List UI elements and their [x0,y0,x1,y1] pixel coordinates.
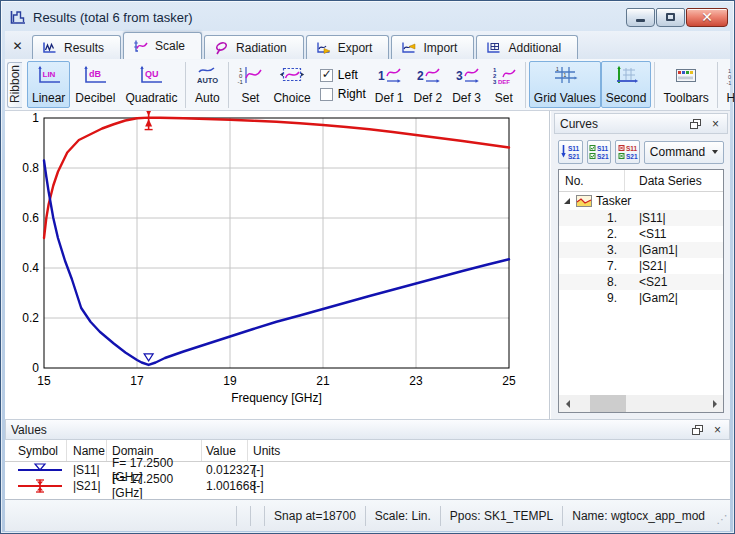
curve-|S21|[interactable] [44,118,509,238]
x-tick-label: 23 [409,374,423,388]
linear-icon: LIN [36,65,62,87]
show-all-curves-button[interactable]: S11 S21 [558,140,583,164]
svg-text:3: 3 [456,69,463,83]
choice-scale-button[interactable]: Choice [268,61,315,108]
curve-|S11|[interactable] [44,161,509,365]
help-button[interactable]: 1 0 -1 ? Help [721,61,735,108]
curve-symbol-icon [5,479,67,493]
def3-button[interactable]: 3 Def 3 [447,61,486,108]
scrollbar-track[interactable] [576,395,706,412]
y-tick-label: 0.8 [22,161,39,175]
scrollbar-thumb[interactable] [590,395,626,412]
left-checkbox-row[interactable]: Left [320,68,366,82]
restore-button[interactable] [656,8,685,27]
column-units[interactable]: Units [248,440,730,461]
column-no[interactable]: No. [559,170,625,191]
curves-rows: Tasker 1.|S11|2.<S113.|Gam1|7.|S21|8.<S2… [559,192,723,395]
chevron-down-icon [712,150,718,154]
restore-icon [666,13,675,21]
tasker-chart-icon [576,195,592,207]
results-chart[interactable]: 00.20.40.60.81151719212325Frequency [GHz… [5,111,549,413]
right-checkbox-row[interactable]: Right [320,87,366,101]
minimize-button[interactable] [626,8,655,27]
title-bar: Results (total 6 from tasker) ✕ [9,4,728,30]
chart-region: 00.20.40.60.81151719212325Frequency [GHz… [5,111,550,419]
main-area: 00.20.40.60.81151719212325Frequency [GHz… [5,111,730,419]
values-rows: |S11|F= 17.2500 [GHz]0.012327[-]|S21|F= … [5,462,730,494]
set-scale-button[interactable]: 1 0 -1 Set [232,61,268,108]
tab-results[interactable]: Results [32,35,121,59]
show-all-curves-icon: S11 S21 [559,143,581,161]
resize-grip-icon[interactable]: ⋰ [714,506,730,526]
results-tab-icon [41,41,57,55]
axis-side-checkboxes: Left Right [316,68,370,101]
values-table-row[interactable]: |S21|F= 17.2500 [GHz]1.001668[-] [5,478,730,494]
command-dropdown[interactable]: Command [644,141,724,164]
close-panel-button[interactable]: × [709,118,722,130]
def1-icon: 1 [376,65,402,87]
curves-group-row[interactable]: Tasker [559,192,723,210]
quadratic-scale-button[interactable]: QU Quadratic [120,61,182,108]
curves-panel-titlebar[interactable]: Curves × [554,113,728,134]
svg-text:QU: QU [145,69,159,79]
curve-item-name: |Gam1| [625,243,723,257]
close-button[interactable]: ✕ [686,8,728,27]
tab-additional[interactable]: Additional [476,35,578,59]
close-ribbon-icon: ✕ [12,39,22,53]
auto-scale-button[interactable]: AUTO Auto [189,61,225,108]
curve-list-item[interactable]: 7.|S21| [559,258,723,274]
tab-radiation[interactable]: Radiation [204,35,304,59]
def-set-button[interactable]: 1 2 3 DEF Set [486,61,522,108]
second-grid-button[interactable]: Second [601,61,652,108]
curve-list-item[interactable]: 1.|S11| [559,210,723,226]
scroll-right-arrow-icon[interactable] [706,395,723,412]
uncheck-all-curves-button[interactable]: S11 S21 [615,140,640,164]
curves-list-header[interactable]: No. Data Series [559,170,723,192]
curve-list-item[interactable]: 2.<S11 [559,226,723,242]
tab-label: Scale [155,39,185,53]
float-panel-icon [690,119,701,129]
column-value[interactable]: Value [202,440,248,461]
curve-list-item[interactable]: 9.|Gam2| [559,290,723,306]
expanded-branch-icon[interactable] [564,198,570,204]
curve-item-no: 7. [559,259,625,273]
curve-symbol-icon [5,463,67,477]
svg-text:S21: S21 [597,153,609,160]
linear-scale-button[interactable]: LIN Linear [27,61,70,108]
ribbon-side-tab[interactable]: Ribbon [7,62,22,108]
svg-text:S11: S11 [626,145,638,152]
left-checkbox[interactable] [320,69,333,82]
marker-arrowhead [145,119,152,127]
decibel-scale-button[interactable]: dB Decibel [70,61,120,108]
svg-text:-1: -1 [726,80,731,86]
right-checkbox[interactable] [320,88,333,101]
column-data-series[interactable]: Data Series [625,174,723,188]
close-ribbon-button[interactable]: ✕ [9,37,26,54]
tab-export[interactable]: Export [306,35,390,59]
curves-list: No. Data Series Tasker 1.|S11|2.<S113.|G… [558,169,724,413]
left-checkbox-label: Left [338,68,358,82]
close-panel-button[interactable]: × [711,424,724,436]
def-set-icon: 1 2 3 DEF [491,65,517,87]
column-name[interactable]: Name [67,440,107,461]
tab-scale[interactable]: Scale [123,32,202,59]
def1-button[interactable]: 1 Def 1 [370,61,409,108]
tab-import[interactable]: Import [391,35,474,59]
toolbars-button[interactable]: Toolbars [658,61,713,108]
def2-button[interactable]: 2 Def 2 [408,61,447,108]
command-label: Command [650,145,705,159]
check-all-curves-button[interactable]: S11 S21 [587,140,612,164]
svg-text:1: 1 [556,66,559,72]
column-symbol[interactable]: Symbol [5,440,67,461]
grid-values-button[interactable]: 1 1 Grid Values [529,61,601,108]
curve-list-item[interactable]: 3.|Gam1| [559,242,723,258]
scroll-left-arrow-icon[interactable] [559,395,576,412]
curve-item-no: 1. [559,211,625,225]
float-panel-button[interactable] [689,118,702,130]
ribbon-toolbar: Ribbon LIN Linear dB Decibel QU Quad [5,59,730,111]
values-panel-titlebar[interactable]: Values × [5,419,730,440]
svg-text:S11: S11 [568,145,580,152]
curves-hscrollbar[interactable] [559,395,723,412]
curve-list-item[interactable]: 8.<S21 [559,274,723,290]
float-panel-button[interactable] [691,424,704,436]
